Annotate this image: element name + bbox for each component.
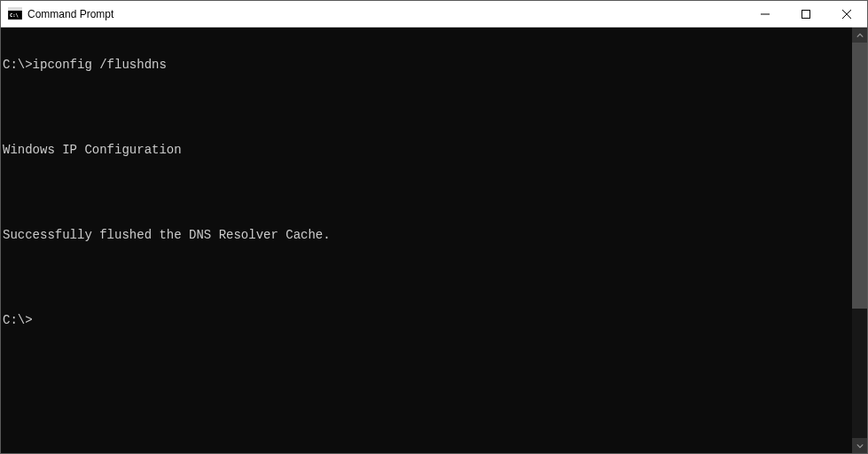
app-icon: C:\ (8, 7, 22, 21)
svg-rect-1 (8, 8, 22, 11)
close-icon (842, 10, 851, 19)
titlebar[interactable]: C:\ Command Prompt (1, 1, 867, 27)
scrollbar-down-arrow[interactable] (852, 438, 867, 453)
svg-text:C:\: C:\ (10, 12, 20, 18)
maximize-button[interactable] (786, 1, 826, 27)
window-title: Command Prompt (27, 8, 745, 20)
chevron-down-icon (856, 442, 864, 450)
scrollbar-track[interactable] (852, 43, 867, 438)
terminal-line (3, 270, 852, 285)
terminal-line: Windows IP Configuration (3, 143, 852, 157)
terminal-line: C:\> (3, 313, 852, 327)
close-button[interactable] (826, 1, 867, 27)
terminal-line: C:\>ipconfig /flushdns (3, 58, 852, 72)
terminal-output[interactable]: C:\>ipconfig /flushdns Windows IP Config… (1, 27, 852, 453)
window-controls (745, 1, 867, 27)
vertical-scrollbar[interactable] (852, 27, 867, 453)
scrollbar-up-arrow[interactable] (852, 27, 867, 43)
terminal-line: Successfully flushed the DNS Resolver Ca… (3, 228, 852, 242)
maximize-icon (802, 10, 810, 19)
command-prompt-window: C:\ Command Prompt (0, 0, 868, 454)
chevron-up-icon (856, 32, 864, 39)
terminal-line (3, 185, 852, 200)
scrollbar-thumb[interactable] (852, 43, 867, 309)
content-area: C:\>ipconfig /flushdns Windows IP Config… (1, 27, 867, 453)
minimize-button[interactable] (745, 1, 786, 27)
svg-rect-4 (802, 10, 810, 18)
minimize-icon (761, 10, 770, 19)
terminal-line (3, 100, 852, 114)
